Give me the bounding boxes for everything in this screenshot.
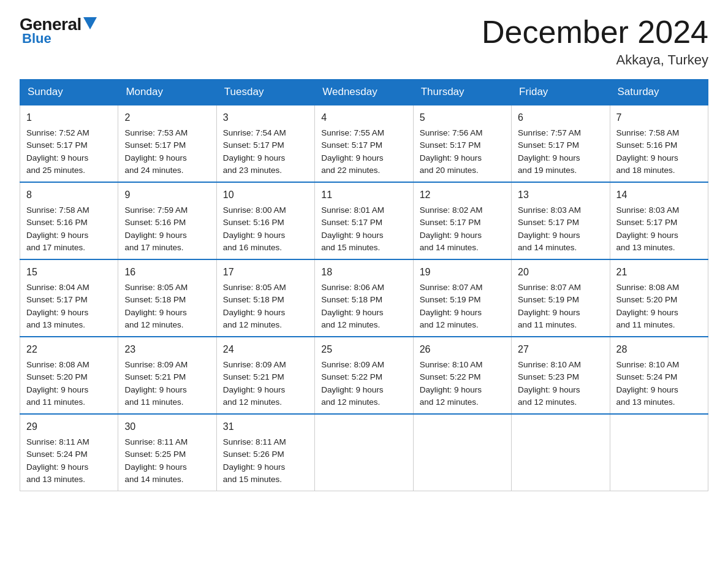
daylight-label: Daylight: 9 hours [518, 153, 580, 163]
sunrise-text: Sunrise: 8:06 AM [321, 283, 384, 292]
col-friday: Friday [512, 80, 610, 105]
day-number: 30 [124, 419, 210, 434]
daylight-label: Daylight: 9 hours [223, 231, 285, 240]
sunset-text: Sunset: 5:16 PM [26, 218, 88, 227]
table-row [512, 414, 610, 491]
day-number: 25 [321, 342, 406, 357]
daylight-label: Daylight: 9 hours [321, 385, 383, 394]
sunset-text: Sunset: 5:17 PM [616, 218, 678, 227]
table-row: 31 Sunrise: 8:11 AM Sunset: 5:26 PM Dayl… [216, 414, 314, 491]
day-number: 9 [124, 188, 210, 202]
logo: General Blue [20, 15, 97, 49]
sunset-text: Sunset: 5:23 PM [518, 372, 579, 381]
table-row: 10 Sunrise: 8:00 AM Sunset: 5:16 PM Dayl… [216, 182, 314, 259]
sunrise-text: Sunrise: 7:52 AM [26, 128, 89, 137]
daylight-label: Daylight: 9 hours [26, 385, 88, 394]
sunset-text: Sunset: 5:21 PM [223, 372, 284, 381]
daylight-label: Daylight: 9 hours [321, 308, 383, 317]
daylight-minutes: and 11 minutes. [26, 397, 85, 407]
daylight-label: Daylight: 9 hours [124, 385, 186, 394]
daylight-minutes: and 23 minutes. [223, 166, 282, 175]
col-thursday: Thursday [413, 80, 511, 105]
title-block: December 2024 Akkaya, Turkey [482, 15, 708, 68]
col-sunday: Sunday [20, 80, 118, 105]
daylight-minutes: and 13 minutes. [26, 475, 85, 484]
table-row: 11 Sunrise: 8:01 AM Sunset: 5:17 PM Dayl… [315, 182, 413, 259]
daylight-minutes: and 14 minutes. [518, 243, 577, 252]
sunrise-text: Sunrise: 7:58 AM [616, 128, 680, 137]
daylight-minutes: and 12 minutes. [420, 397, 479, 407]
daylight-label: Daylight: 9 hours [124, 308, 186, 317]
day-number: 10 [223, 188, 308, 202]
sunset-text: Sunset: 5:17 PM [518, 140, 579, 150]
day-number: 13 [518, 188, 603, 202]
calendar-week-row: 1 Sunrise: 7:52 AM Sunset: 5:17 PM Dayli… [20, 105, 708, 182]
sunset-text: Sunset: 5:17 PM [321, 218, 382, 227]
daylight-minutes: and 12 minutes. [124, 320, 183, 329]
daylight-minutes: and 13 minutes. [616, 397, 675, 407]
day-number: 12 [420, 188, 505, 202]
day-number: 4 [321, 110, 406, 125]
sunset-text: Sunset: 5:16 PM [124, 218, 186, 227]
col-saturday: Saturday [610, 80, 708, 105]
calendar-week-row: 22 Sunrise: 8:08 AM Sunset: 5:20 PM Dayl… [20, 337, 708, 414]
sunrise-text: Sunrise: 7:54 AM [223, 128, 286, 137]
day-number: 14 [616, 188, 702, 202]
daylight-minutes: and 25 minutes. [26, 166, 85, 175]
daylight-label: Daylight: 9 hours [223, 308, 285, 317]
daylight-label: Daylight: 9 hours [518, 308, 580, 317]
daylight-label: Daylight: 9 hours [616, 231, 678, 240]
sunrise-text: Sunrise: 8:07 AM [518, 283, 581, 292]
daylight-label: Daylight: 9 hours [223, 462, 285, 472]
col-tuesday: Tuesday [216, 80, 314, 105]
day-number: 17 [223, 265, 308, 280]
daylight-minutes: and 14 minutes. [420, 243, 479, 252]
daylight-minutes: and 12 minutes. [518, 397, 577, 407]
calendar-week-row: 29 Sunrise: 8:11 AM Sunset: 5:24 PM Dayl… [20, 414, 708, 491]
sunrise-text: Sunrise: 7:53 AM [124, 128, 188, 137]
sunrise-text: Sunrise: 8:09 AM [321, 360, 384, 369]
calendar-week-row: 15 Sunrise: 8:04 AM Sunset: 5:17 PM Dayl… [20, 259, 708, 337]
sunset-text: Sunset: 5:18 PM [321, 295, 382, 304]
day-number: 18 [321, 265, 406, 280]
table-row [413, 414, 511, 491]
daylight-minutes: and 14 minutes. [124, 475, 183, 484]
day-number: 3 [223, 110, 308, 125]
sunrise-text: Sunrise: 8:04 AM [26, 283, 89, 292]
table-row: 2 Sunrise: 7:53 AM Sunset: 5:17 PM Dayli… [118, 105, 216, 182]
sunset-text: Sunset: 5:18 PM [223, 295, 284, 304]
day-number: 15 [26, 265, 112, 280]
sunrise-text: Sunrise: 8:08 AM [616, 283, 680, 292]
daylight-minutes: and 12 minutes. [223, 320, 282, 329]
day-number: 22 [26, 342, 112, 357]
daylight-minutes: and 17 minutes. [124, 243, 183, 252]
sunrise-text: Sunrise: 8:10 AM [518, 360, 581, 369]
day-number: 6 [518, 110, 603, 125]
sunset-text: Sunset: 5:18 PM [124, 295, 186, 304]
month-title: December 2024 [482, 15, 708, 50]
sunset-text: Sunset: 5:25 PM [124, 450, 186, 459]
sunset-text: Sunset: 5:20 PM [616, 295, 678, 304]
table-row: 4 Sunrise: 7:55 AM Sunset: 5:17 PM Dayli… [315, 105, 413, 182]
sunrise-text: Sunrise: 8:08 AM [26, 360, 89, 369]
sunrise-text: Sunrise: 8:07 AM [420, 283, 483, 292]
daylight-minutes: and 12 minutes. [321, 320, 380, 329]
calendar: Sunday Monday Tuesday Wednesday Thursday… [20, 79, 708, 491]
daylight-minutes: and 11 minutes. [124, 397, 183, 407]
table-row: 12 Sunrise: 8:02 AM Sunset: 5:17 PM Dayl… [413, 182, 511, 259]
sunset-text: Sunset: 5:20 PM [26, 372, 88, 381]
daylight-minutes: and 22 minutes. [321, 166, 380, 175]
table-row: 1 Sunrise: 7:52 AM Sunset: 5:17 PM Dayli… [20, 105, 118, 182]
daylight-label: Daylight: 9 hours [518, 231, 580, 240]
sunrise-text: Sunrise: 8:00 AM [223, 205, 286, 215]
daylight-label: Daylight: 9 hours [26, 462, 88, 472]
logo-triangle-icon [83, 17, 97, 29]
daylight-label: Daylight: 9 hours [616, 308, 678, 317]
sunrise-text: Sunrise: 7:58 AM [26, 205, 89, 215]
day-number: 11 [321, 188, 406, 202]
daylight-label: Daylight: 9 hours [26, 308, 88, 317]
day-number: 27 [518, 342, 603, 357]
sunrise-text: Sunrise: 8:11 AM [124, 437, 188, 446]
sunset-text: Sunset: 5:16 PM [616, 140, 678, 150]
table-row: 18 Sunrise: 8:06 AM Sunset: 5:18 PM Dayl… [315, 259, 413, 337]
